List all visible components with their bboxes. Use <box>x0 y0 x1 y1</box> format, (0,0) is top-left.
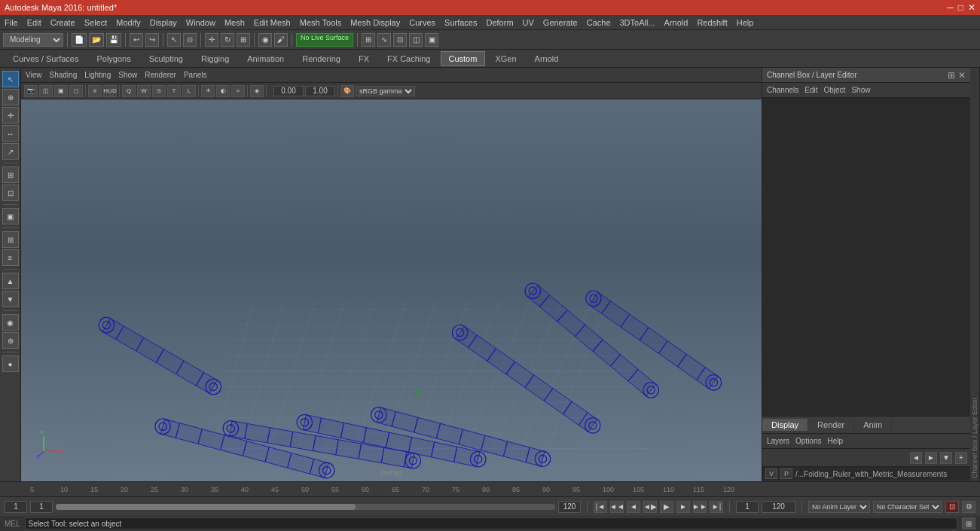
minimize-button[interactable]: ─ <box>947 2 954 13</box>
menu-mesh-tools[interactable]: Mesh Tools <box>300 18 341 27</box>
color-profile-select[interactable]: sRGB gamma <box>356 86 415 96</box>
layers-tab-help[interactable]: Help <box>827 437 843 445</box>
coord-y-input[interactable] <box>305 86 335 96</box>
layers-tab-options[interactable]: Options <box>795 437 821 445</box>
panel-close-btn[interactable]: ✕ <box>958 70 966 81</box>
menu-redshift[interactable]: Redshift <box>697 18 727 27</box>
open-btn[interactable]: 📂 <box>89 33 104 47</box>
tab-arnold[interactable]: Arnold <box>527 51 567 66</box>
viewport-menu-lighting[interactable]: Lighting <box>84 71 111 79</box>
no-live-surface-btn[interactable]: No Live Surface <box>296 33 353 47</box>
scale-tool[interactable]: ⊞ <box>237 33 250 47</box>
viewport-menu-view[interactable]: View <box>26 71 42 79</box>
menu-mesh-display[interactable]: Mesh Display <box>350 18 400 27</box>
rotate-tool-btn[interactable]: ↔ <box>2 125 19 142</box>
viewport-menu-panels[interactable]: Panels <box>184 71 207 79</box>
prev-frame-btn[interactable]: ◄◄ <box>610 501 624 513</box>
tab-fx[interactable]: FX <box>350 51 377 66</box>
layer-add-btn[interactable]: + <box>955 452 967 464</box>
tab-sculpting[interactable]: Sculpting <box>141 51 191 66</box>
hud-btn[interactable]: HUD <box>103 85 117 97</box>
play-back-btn[interactable]: ◄▶ <box>643 501 657 513</box>
safe-action-btn[interactable]: ◻ <box>69 85 83 97</box>
display-tab-anim[interactable]: Anim <box>854 419 892 431</box>
render-btn[interactable]: ⊕ <box>2 332 19 349</box>
menu-generate[interactable]: Generate <box>543 18 578 27</box>
snap-surface-btn[interactable]: ▣ <box>425 33 438 47</box>
tab-rendering[interactable]: Rendering <box>294 51 349 66</box>
maximize-button[interactable]: □ <box>958 2 963 13</box>
menu-3dto[interactable]: 3DToAll... <box>620 18 655 27</box>
viewport-menu-shading[interactable]: Shading <box>50 71 78 79</box>
layer-next-btn[interactable]: ► <box>925 452 937 464</box>
menu-mesh[interactable]: Mesh <box>224 18 245 27</box>
coord-x-input[interactable] <box>273 86 304 96</box>
grid-btn[interactable]: # <box>88 85 102 97</box>
layer-prev-btn[interactable]: ◄ <box>910 452 922 464</box>
layer-playback-btn[interactable]: P <box>780 468 792 479</box>
soft-mod-btn[interactable]: ⊡ <box>2 185 19 201</box>
menu-window[interactable]: Window <box>186 18 215 27</box>
go-end-btn[interactable]: ►| <box>710 501 723 513</box>
misc-btn[interactable]: ● <box>2 356 19 372</box>
script-editor-btn[interactable]: ⊞ <box>962 517 975 529</box>
tab-fx-caching[interactable]: FX Caching <box>379 51 438 66</box>
paint-tool-btn[interactable]: ≡ <box>2 249 19 266</box>
redo-btn[interactable]: ↪ <box>145 33 159 47</box>
light-btn[interactable]: L <box>182 85 196 97</box>
anim-layer-dropdown[interactable]: No Anim Layer <box>808 501 870 513</box>
menu-curves[interactable]: Curves <box>409 18 435 27</box>
snap-grid-btn[interactable]: ⊞ <box>362 33 375 47</box>
next-key-btn[interactable]: ► <box>676 501 690 513</box>
prev-key-btn[interactable]: ◄ <box>627 501 640 513</box>
up-btn[interactable]: ▲ <box>2 273 19 289</box>
playback-end-input[interactable] <box>558 501 581 513</box>
menu-edit-mesh[interactable]: Edit Mesh <box>254 18 291 27</box>
layers-tab-layers[interactable]: Layers <box>767 437 789 445</box>
new-scene-btn[interactable]: 📄 <box>72 33 87 47</box>
settings-btn[interactable]: ⚙ <box>962 501 975 513</box>
tab-xgen[interactable]: XGen <box>487 51 524 66</box>
wireframe-btn[interactable]: W <box>137 85 151 97</box>
viewport-menu-show[interactable]: Show <box>118 71 137 79</box>
close-button[interactable]: ✕ <box>968 2 975 13</box>
tab-animation[interactable]: Animation <box>239 51 292 66</box>
mode-dropdown[interactable]: Modeling <box>3 33 63 47</box>
channel-tab-channels[interactable]: Channels <box>767 86 798 94</box>
ao-btn[interactable]: ◐ <box>216 85 230 97</box>
timeline-slider[interactable] <box>56 504 555 510</box>
menu-cache[interactable]: Cache <box>587 18 611 27</box>
move-tool[interactable]: ✛ <box>205 33 218 47</box>
menu-select[interactable]: Select <box>84 18 108 27</box>
menu-surfaces[interactable]: Surfaces <box>444 18 477 27</box>
film-gate-btn[interactable]: ◫ <box>39 85 53 97</box>
go-start-btn[interactable]: |◄ <box>594 501 607 513</box>
menu-modify[interactable]: Modify <box>116 18 140 27</box>
menu-help[interactable]: Help <box>737 18 754 27</box>
undo-btn[interactable]: ↩ <box>130 33 143 47</box>
save-btn[interactable]: 💾 <box>106 33 121 47</box>
end-frame2-input[interactable] <box>762 501 795 513</box>
timeline-ruler[interactable]: 5 10 15 20 25 30 35 40 45 50 55 60 65 70… <box>23 482 980 496</box>
texture-btn[interactable]: T <box>167 85 181 97</box>
snap-curve-btn[interactable]: ∿ <box>377 33 391 47</box>
menu-arnold[interactable]: Arnold <box>664 18 688 27</box>
start-frame2-input[interactable] <box>736 501 759 513</box>
display-quality-btn[interactable]: Q <box>122 85 136 97</box>
paint-select-btn[interactable]: ⊕ <box>2 89 19 105</box>
show-manip-btn[interactable]: ▣ <box>2 208 19 224</box>
snap-view-btn[interactable]: ◫ <box>409 33 423 47</box>
paint-btn[interactable]: 🖌 <box>274 33 288 47</box>
tab-custom[interactable]: Custom <box>441 51 486 66</box>
menu-uv[interactable]: UV <box>523 18 534 27</box>
lasso-tool[interactable]: ⊙ <box>183 33 197 47</box>
menu-edit[interactable]: Edit <box>27 18 41 27</box>
viewport-menu-renderer[interactable]: Renderer <box>145 71 176 79</box>
channel-tab-edit[interactable]: Edit <box>804 86 817 94</box>
tab-polygons[interactable]: Polygons <box>88 51 139 66</box>
lasso-select-btn[interactable]: ⊞ <box>2 231 19 248</box>
start-frame-input[interactable] <box>5 501 27 513</box>
menu-deform[interactable]: Deform <box>486 18 513 27</box>
down-btn[interactable]: ▼ <box>2 291 19 307</box>
scale-tool-btn[interactable]: ↗ <box>2 143 19 160</box>
